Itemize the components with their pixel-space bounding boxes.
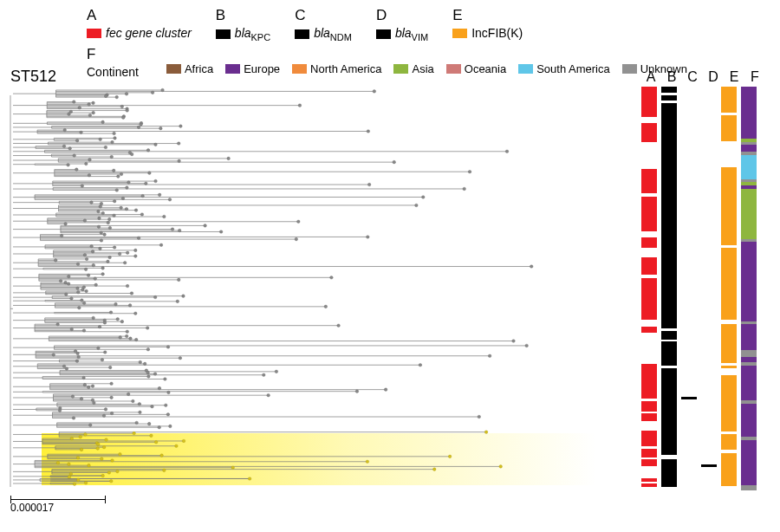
svg-point-409 [126,109,129,113]
svg-point-461 [115,189,119,192]
svg-point-541 [176,300,179,303]
seg [721,87,737,113]
seg [641,333,657,364]
svg-point-497 [295,237,298,241]
seg [641,237,657,248]
svg-point-653 [432,468,436,471]
seg [661,87,677,93]
svg-point-645 [100,457,103,461]
svg-point-565 [512,340,516,343]
seg [641,466,657,478]
svg-point-506 [118,252,121,256]
legend-letter-b: B [216,7,270,24]
seg [701,467,717,490]
svg-point-511 [54,259,57,263]
svg-point-477 [140,213,144,217]
svg-point-559 [82,329,86,333]
seg [641,459,657,466]
seg [721,115,737,141]
seg [721,453,737,486]
svg-point-621 [135,421,139,425]
seg [741,189,757,239]
svg-point-420 [137,126,140,129]
svg-point-558 [70,328,74,331]
svg-point-490 [178,229,181,232]
svg-point-439 [73,154,76,158]
svg-point-580 [143,362,146,366]
svg-point-507 [83,253,87,256]
svg-point-656 [107,471,111,475]
legend-letter-f: F [87,46,144,63]
svg-point-566 [525,344,529,347]
swatch-continent [446,64,461,74]
svg-point-449 [468,170,471,173]
svg-point-407 [78,107,81,110]
seg [721,167,737,245]
seg [641,327,657,333]
seg [641,248,657,257]
svg-point-443 [178,159,181,163]
seg [641,431,657,446]
svg-point-601 [127,393,130,396]
svg-point-646 [111,459,114,463]
svg-point-413 [88,114,92,117]
svg-point-418 [140,123,143,127]
svg-point-509 [108,256,112,259]
swatch-c [295,29,309,39]
svg-point-617 [166,413,170,417]
seg [721,248,737,320]
svg-point-648 [56,461,60,464]
svg-point-448 [112,169,115,172]
svg-point-597 [158,386,161,390]
svg-point-442 [88,159,92,162]
col-header-a: A [643,69,659,85]
svg-point-485 [64,223,68,226]
column-e [721,87,737,503]
seg [721,141,737,167]
svg-point-536 [65,293,68,296]
seg [641,487,657,490]
data-columns [641,87,767,503]
swatch-a [87,29,101,38]
seg [641,257,657,275]
svg-point-652 [231,466,235,470]
svg-point-596 [87,386,90,389]
svg-point-593 [110,382,114,386]
svg-point-395 [161,88,165,92]
svg-point-510 [85,257,88,261]
svg-point-542 [82,302,86,305]
svg-point-637 [175,444,179,448]
svg-point-659 [68,476,71,479]
column-headers: ABCDEF [643,69,763,85]
scale-bar: 0.000017 [10,499,106,514]
svg-point-515 [92,263,95,267]
svg-point-441 [227,157,231,160]
seg [681,399,697,490]
svg-point-451 [120,172,123,176]
svg-point-664 [73,483,76,486]
svg-point-594 [83,383,87,386]
column-b [661,87,677,503]
seg [721,375,737,431]
svg-point-468 [90,201,94,204]
swatch-continent [166,64,181,74]
svg-point-453 [117,175,120,178]
svg-point-573 [52,354,55,357]
svg-point-540 [81,299,84,302]
seg [721,324,737,363]
svg-point-560 [126,330,129,334]
svg-point-572 [76,352,80,355]
legend-letter-a: A [87,7,192,24]
svg-point-538 [153,295,157,299]
svg-point-549 [92,316,95,320]
swatch-continent [622,64,637,74]
continent-label: Europe [244,62,280,75]
svg-point-493 [103,233,107,237]
svg-point-627 [133,431,136,435]
svg-point-419 [179,125,183,128]
svg-point-592 [164,378,167,381]
svg-point-467 [113,199,116,203]
seg [641,401,657,412]
legend: A fec gene cluster B blaKPC C blaNDM [87,7,687,79]
seg [741,145,757,152]
